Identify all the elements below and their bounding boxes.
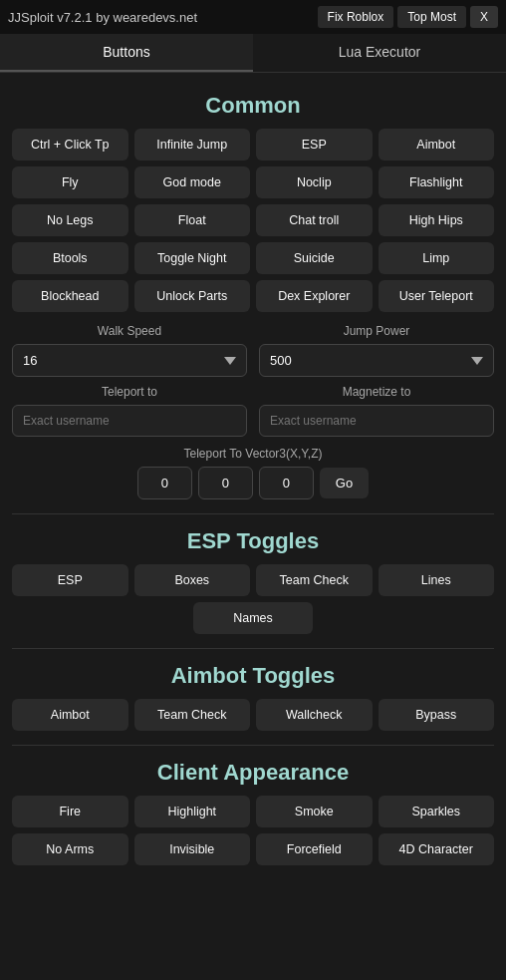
- esp-buttons-grid: ESP Boxes Team Check Lines: [12, 564, 494, 596]
- vector-z-input[interactable]: [259, 467, 314, 499]
- teleport-to-group: Teleport to: [12, 385, 247, 437]
- vector-y-input[interactable]: [198, 467, 253, 499]
- user-teleport-button[interactable]: User Teleport: [379, 280, 495, 312]
- toggle-night-button[interactable]: Toggle Night: [134, 242, 251, 274]
- esp-toggles-title: ESP Toggles: [12, 528, 494, 554]
- god-mode-button[interactable]: God mode: [134, 166, 251, 198]
- aimbot-button[interactable]: Aimbot: [379, 129, 495, 161]
- no-arms-button[interactable]: No Arms: [12, 833, 128, 865]
- aimbot-buttons-grid: Aimbot Team Check Wallcheck Bypass: [12, 699, 494, 731]
- walk-speed-label: Walk Speed: [98, 324, 161, 338]
- common-title: Common: [12, 93, 494, 119]
- invisible-button[interactable]: Invisible: [134, 833, 251, 865]
- tab-lua-executor[interactable]: Lua Executor: [253, 34, 506, 72]
- highlight-button[interactable]: Highlight: [134, 796, 251, 827]
- client-appearance-title: Client Appearance: [12, 760, 494, 786]
- 4d-character-button[interactable]: 4D Character: [379, 833, 495, 865]
- flashlight-button[interactable]: Flashlight: [379, 166, 495, 198]
- fix-roblox-button[interactable]: Fix Roblox: [318, 6, 394, 28]
- divider-1: [12, 513, 494, 514]
- titlebar: JJSploit v7.2.1 by wearedevs.net Fix Rob…: [0, 0, 506, 34]
- teleport-to-input[interactable]: [12, 405, 247, 437]
- team-check-aimbot-button[interactable]: Team Check: [134, 699, 251, 731]
- esp-toggle-button[interactable]: ESP: [12, 564, 128, 596]
- tab-bar: Buttons Lua Executor: [0, 34, 506, 73]
- teleport-to-label: Teleport to: [102, 385, 157, 399]
- smoke-button[interactable]: Smoke: [256, 796, 373, 827]
- boxes-button[interactable]: Boxes: [134, 564, 251, 596]
- lines-button[interactable]: Lines: [379, 564, 495, 596]
- noclip-button[interactable]: Noclip: [256, 166, 373, 198]
- jump-power-select[interactable]: 500 50 100 200 300 1000: [259, 344, 494, 377]
- vector-label: Teleport To Vector3(X,Y,Z): [12, 447, 494, 461]
- fly-button[interactable]: Fly: [12, 166, 128, 198]
- teleport-row: Teleport to Magnetize to: [12, 385, 494, 437]
- common-buttons-grid: Ctrl + Click Tp Infinite Jump ESP Aimbot…: [12, 129, 494, 312]
- close-button[interactable]: X: [470, 6, 498, 28]
- infinite-jump-button[interactable]: Infinite Jump: [134, 129, 251, 161]
- divider-2: [12, 648, 494, 649]
- vector-inputs: Go: [12, 467, 494, 499]
- chat-troll-button[interactable]: Chat troll: [256, 204, 373, 236]
- jump-power-group: Jump Power 500 50 100 200 300 1000: [259, 324, 494, 377]
- divider-3: [12, 745, 494, 746]
- bypass-button[interactable]: Bypass: [379, 699, 495, 731]
- aimbot-toggle-button[interactable]: Aimbot: [12, 699, 128, 731]
- esp-center-buttons: Names: [12, 602, 494, 634]
- client-appearance-grid: Fire Highlight Smoke Sparkles No Arms In…: [12, 796, 494, 865]
- suicide-button[interactable]: Suicide: [256, 242, 373, 274]
- top-most-button[interactable]: Top Most: [397, 6, 466, 28]
- btools-button[interactable]: Btools: [12, 242, 128, 274]
- forcefield-button[interactable]: Forcefield: [256, 833, 373, 865]
- no-legs-button[interactable]: No Legs: [12, 204, 128, 236]
- dex-explorer-button[interactable]: Dex Explorer: [256, 280, 373, 312]
- high-hips-button[interactable]: High Hips: [379, 204, 495, 236]
- blockhead-button[interactable]: Blockhead: [12, 280, 128, 312]
- speed-controls: Walk Speed 16 8 24 32 50 100 200 Jump Po…: [12, 324, 494, 377]
- ctrl-click-tp-button[interactable]: Ctrl + Click Tp: [12, 129, 128, 161]
- walk-speed-group: Walk Speed 16 8 24 32 50 100 200: [12, 324, 247, 377]
- vector-x-input[interactable]: [137, 467, 192, 499]
- wallcheck-button[interactable]: Wallcheck: [256, 699, 373, 731]
- esp-button[interactable]: ESP: [256, 129, 373, 161]
- unlock-parts-button[interactable]: Unlock Parts: [134, 280, 251, 312]
- vector-go-button[interactable]: Go: [320, 468, 369, 498]
- magnetize-to-label: Magnetize to: [343, 385, 411, 399]
- aimbot-toggles-title: Aimbot Toggles: [12, 663, 494, 689]
- vector-section: Teleport To Vector3(X,Y,Z) Go: [12, 447, 494, 499]
- fire-button[interactable]: Fire: [12, 796, 128, 827]
- walk-speed-select[interactable]: 16 8 24 32 50 100 200: [12, 344, 247, 377]
- main-content: Common Ctrl + Click Tp Infinite Jump ESP…: [0, 73, 506, 881]
- magnetize-to-input[interactable]: [259, 405, 494, 437]
- float-button[interactable]: Float: [134, 204, 251, 236]
- sparkles-button[interactable]: Sparkles: [379, 796, 495, 827]
- tab-buttons[interactable]: Buttons: [0, 34, 253, 72]
- team-check-esp-button[interactable]: Team Check: [256, 564, 373, 596]
- names-button[interactable]: Names: [193, 602, 313, 634]
- limp-button[interactable]: Limp: [379, 242, 495, 274]
- app-title: JJSploit v7.2.1 by wearedevs.net: [8, 10, 314, 25]
- magnetize-to-group: Magnetize to: [259, 385, 494, 437]
- jump-power-label: Jump Power: [344, 324, 410, 338]
